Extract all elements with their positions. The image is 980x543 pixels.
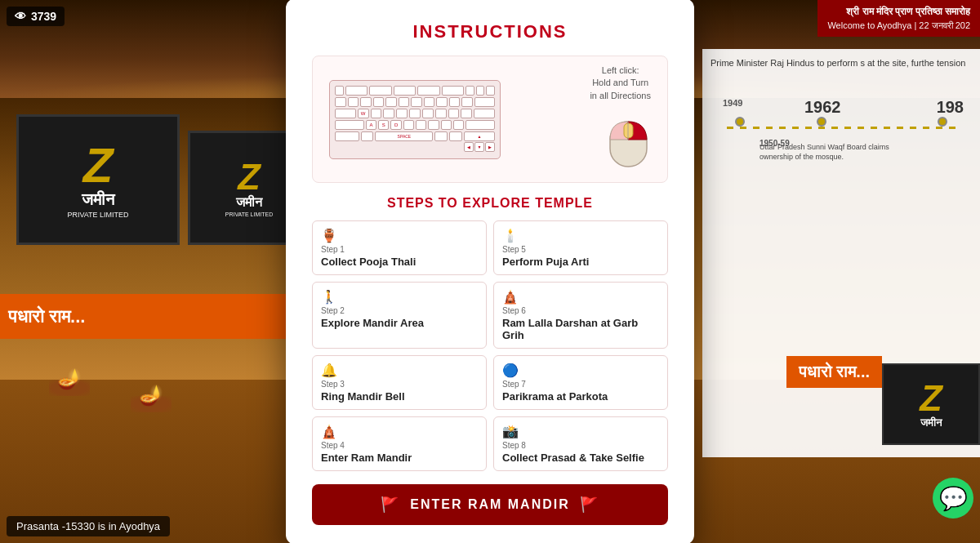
step-item-8: 📸 Step 8 Collect Prasad & Take Selfie: [493, 416, 668, 471]
step-item-1: 🏺 Step 1 Collect Pooja Thali: [312, 220, 487, 275]
instructions-modal: INSTRUCTIONS: [286, 0, 694, 543]
step-4-icon: 🛕: [321, 424, 478, 439]
step-item-6: 🛕 Step 6 Ram Lalla Darshan at Garb Grih: [493, 282, 668, 349]
step-1-name: Collect Pooja Thali: [321, 256, 478, 268]
step-item-5: 🕯️ Step 5 Perform Puja Arti: [493, 220, 668, 275]
step-2-icon: 🚶: [321, 289, 478, 305]
enter-button-label: ENTER RAM MANDIR: [410, 497, 570, 512]
step-3-name: Ring Mandir Bell: [321, 390, 478, 403]
step-8-number: Step 8: [502, 441, 659, 450]
modal-title: INSTRUCTIONS: [312, 21, 668, 42]
step-6-name: Ram Lalla Darshan at Garb Grih: [502, 317, 659, 341]
step-item-2: 🚶 Step 2 Explore Mandir Area: [312, 282, 487, 349]
step-5-number: Step 5: [502, 245, 659, 254]
mouse-icon: [606, 105, 651, 171]
step-2-name: Explore Mandir Area: [321, 317, 478, 329]
mouse-section: Left click: Hold and Turn in all Directi…: [590, 65, 651, 174]
step-3-icon: 🔔: [321, 363, 478, 378]
step-1-icon: 🏺: [321, 228, 478, 243]
left-click-label: Left click: Hold and Turn in all Directi…: [590, 65, 651, 102]
step-6-icon: 🛕: [502, 289, 659, 305]
enter-ram-mandir-button[interactable]: 🚩 ENTER RAM MANDIR 🚩: [312, 484, 668, 525]
step-7-name: Parikrama at Parkota: [502, 390, 659, 403]
step-1-number: Step 1: [321, 245, 478, 254]
step-4-name: Enter Ram Mandir: [321, 452, 478, 464]
flag-left-icon: 🚩: [381, 496, 400, 514]
step-8-icon: 📸: [502, 424, 659, 439]
controls-section: W A S: [312, 56, 668, 183]
modal-overlay: INSTRUCTIONS: [0, 0, 980, 543]
step-4-number: Step 4: [321, 441, 478, 450]
step-7-number: Step 7: [502, 380, 659, 389]
step-5-icon: 🕯️: [502, 228, 659, 243]
step-item-4: 🛕 Step 4 Enter Ram Mandir: [312, 416, 487, 471]
step-8-name: Collect Prasad & Take Selfie: [502, 452, 659, 464]
step-item-3: 🔔 Step 3 Ring Mandir Bell: [312, 355, 487, 410]
step-2-number: Step 2: [321, 306, 478, 315]
step-7-icon: 🔵: [502, 363, 659, 378]
step-item-7: 🔵 Step 7 Parikrama at Parkota: [493, 355, 668, 410]
step-3-number: Step 3: [321, 380, 478, 389]
steps-grid: 🏺 Step 1 Collect Pooja Thali 🕯️ Step 5 P…: [312, 220, 668, 471]
flag-right-icon: 🚩: [580, 496, 599, 514]
steps-title: STEPS TO EXPLORE TEMPLE: [312, 196, 668, 211]
step-6-number: Step 6: [502, 306, 659, 315]
keyboard-diagram: W A S: [329, 80, 501, 159]
step-5-name: Perform Puja Arti: [502, 256, 659, 268]
